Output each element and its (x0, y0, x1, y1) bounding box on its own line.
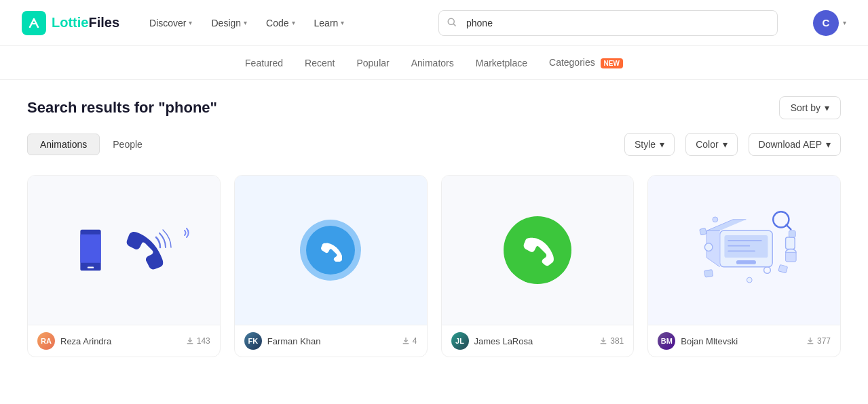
author-name: James LaRosa (474, 336, 533, 346)
author-name: Reza Arindra (60, 336, 111, 346)
search-input[interactable] (438, 10, 778, 36)
download-icon (402, 337, 410, 345)
search-icon (447, 17, 457, 29)
avatar[interactable]: C (813, 10, 839, 36)
avatar: BM (658, 332, 675, 350)
card-footer: JL James LaRosa 381 (442, 325, 634, 357)
logo-icon (22, 11, 46, 35)
chevron-down-icon: ▾ (723, 139, 728, 150)
card-author: FK Farman Khan (244, 332, 321, 350)
color-label: Color (696, 139, 718, 150)
tab-people[interactable]: People (100, 134, 155, 155)
card-author: BM Bojan Mltevski (658, 332, 738, 350)
subnav-categories[interactable]: Categories NEW (549, 54, 623, 71)
animation-grid: RA Reza Arindra 143 (27, 175, 841, 357)
sub-nav: Featured Recent Popular Animators Market… (0, 46, 868, 80)
table-row[interactable]: RA Reza Arindra 143 (27, 175, 221, 357)
nav-design[interactable]: Design ▾ (203, 12, 255, 34)
results-title: Search results for "phone" (27, 99, 217, 117)
svg-point-11 (704, 243, 713, 251)
results-header: Search results for "phone" Sort by ▾ (27, 96, 841, 119)
card-footer: BM Bojan Mltevski 377 (648, 325, 840, 357)
card-preview-2 (235, 176, 427, 325)
table-row[interactable]: BM Bojan Mltevski 377 (647, 175, 841, 357)
svg-point-18 (713, 217, 718, 222)
download-icon (806, 337, 814, 345)
author-name: Farman Khan (267, 336, 321, 346)
card-preview-4 (648, 176, 840, 325)
avatar: RA (37, 332, 55, 350)
nav-discover[interactable]: Discover ▾ (141, 12, 200, 34)
svg-rect-13 (789, 230, 795, 237)
svg-point-20 (747, 277, 752, 283)
chevron-down-icon: ▾ (341, 19, 344, 26)
style-label: Style (635, 139, 656, 150)
svg-line-10 (786, 225, 791, 230)
svg-point-0 (448, 18, 454, 24)
svg-rect-12 (785, 237, 795, 249)
svg-rect-8 (736, 260, 756, 264)
subnav-popular[interactable]: Popular (356, 55, 389, 71)
main-content: Search results for "phone" Sort by ▾ Ani… (0, 80, 868, 373)
card-preview-3 (442, 176, 634, 325)
chevron-down-icon: ▾ (244, 19, 247, 26)
download-aep-label: Download AEP (759, 139, 822, 150)
phone-circle-icon (300, 220, 361, 281)
search-bar (438, 10, 778, 36)
subnav-recent[interactable]: Recent (305, 55, 335, 71)
download-icon (599, 337, 607, 345)
chevron-down-icon: ▾ (189, 19, 192, 26)
svg-point-19 (763, 267, 770, 274)
logo[interactable]: LottieFiles (22, 11, 119, 35)
download-count: 377 (806, 336, 831, 346)
table-row[interactable]: FK Farman Khan 4 (234, 175, 428, 357)
main-nav: Discover ▾ Design ▾ Code ▾ Learn ▾ (141, 12, 352, 34)
isometric-phone-icon (683, 195, 806, 306)
chevron-down-icon: ▾ (825, 102, 829, 113)
svg-rect-21 (699, 228, 706, 235)
filter-bar: Animations People Style ▾ Color ▾ Downlo… (27, 133, 841, 156)
nav-code[interactable]: Code ▾ (258, 12, 303, 34)
subnav-marketplace[interactable]: Marketplace (476, 55, 527, 71)
card-author: JL James LaRosa (451, 332, 533, 350)
avatar: FK (244, 332, 262, 350)
avatar-chevron-icon[interactable]: ▾ (843, 19, 846, 26)
tab-animations[interactable]: Animations (27, 134, 100, 155)
phone-handset-icon (117, 218, 178, 279)
avatar: JL (451, 332, 469, 350)
chevron-down-icon: ▾ (826, 139, 831, 150)
green-phone-icon (504, 216, 571, 284)
subnav-animators[interactable]: Animators (411, 55, 454, 71)
new-badge: NEW (601, 58, 623, 68)
logo-text: LottieFiles (52, 15, 119, 31)
sort-by-button[interactable]: Sort by ▾ (779, 96, 841, 119)
card-author: RA Reza Arindra (37, 332, 111, 350)
tab-group: Animations People (27, 134, 155, 155)
phone-icon (69, 226, 117, 274)
color-filter[interactable]: Color ▾ (685, 133, 737, 156)
svg-rect-17 (778, 264, 787, 272)
download-count: 4 (402, 336, 417, 346)
card-footer: FK Farman Khan 4 (235, 325, 427, 357)
header: LottieFiles Discover ▾ Design ▾ Code ▾ L… (0, 0, 868, 46)
card-preview-1 (28, 176, 220, 325)
download-count: 143 (186, 336, 210, 346)
svg-rect-4 (724, 235, 768, 258)
phone-inner-icon (306, 226, 355, 275)
author-name: Bojan Mltevski (681, 336, 738, 346)
subnav-featured[interactable]: Featured (245, 55, 283, 71)
table-row[interactable]: JL James LaRosa 381 (441, 175, 635, 357)
chevron-down-icon: ▾ (292, 19, 295, 26)
card-footer: RA Reza Arindra 143 (28, 325, 220, 357)
nav-learn[interactable]: Learn ▾ (306, 12, 353, 34)
svg-rect-15 (785, 252, 796, 262)
download-aep-filter[interactable]: Download AEP ▾ (749, 133, 841, 156)
download-icon (186, 337, 194, 345)
style-filter[interactable]: Style ▾ (624, 133, 675, 156)
svg-line-1 (453, 24, 455, 26)
sort-by-label: Sort by (791, 102, 820, 113)
download-count: 381 (599, 336, 624, 346)
svg-rect-16 (704, 270, 713, 278)
svg-rect-2 (81, 235, 101, 263)
chevron-down-icon: ▾ (660, 139, 664, 150)
